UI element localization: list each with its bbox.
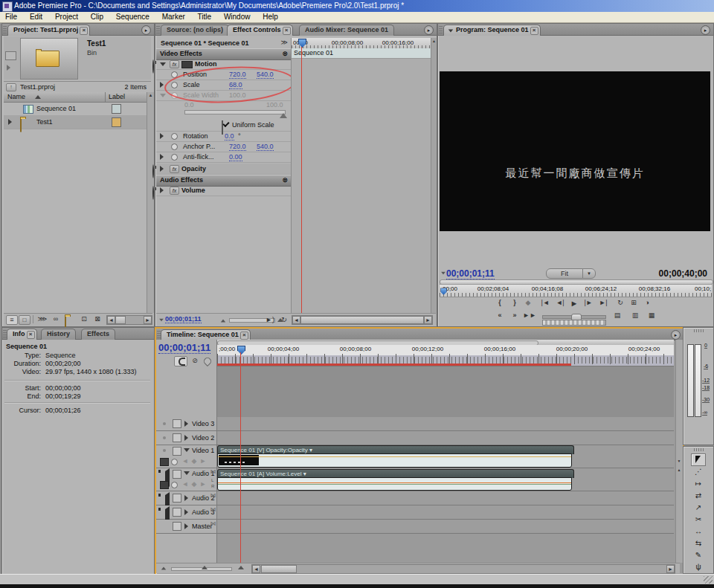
panel-grip[interactable] [156, 25, 160, 33]
automate-to-sequence-icon[interactable]: ⋙ [37, 315, 48, 323]
safe-margins-button[interactable]: ⊞ [628, 299, 639, 306]
video-clip-body[interactable] [217, 453, 572, 468]
menu-window[interactable]: Window [219, 12, 256, 22]
tab-project[interactable]: Project: Test1.prproj × [7, 25, 90, 36]
trim-button[interactable]: ▦ [646, 311, 657, 319]
scroll-up-icon[interactable]: ▲ [431, 38, 437, 44]
tool-rate-stretch[interactable]: ↗ [692, 503, 705, 514]
section-collapse-icon[interactable]: ⊗ [282, 49, 288, 59]
volume-rubber-band[interactable] [218, 482, 571, 483]
track-content-video2[interactable] [217, 431, 674, 445]
monitor-menu-icon[interactable] [448, 30, 453, 33]
rotation-value[interactable]: 0.0 [225, 132, 234, 140]
show-keyframes-icon[interactable] [171, 482, 178, 488]
loop-button[interactable]: ↻ [615, 299, 625, 306]
go-to-out-button[interactable]: ►| [597, 299, 609, 306]
effect-enabled-icon[interactable]: fx [170, 187, 179, 195]
timeline-vscrollbar[interactable]: ▼ ▲ [675, 340, 683, 563]
tab-effect-controls[interactable]: Effect Controls × [227, 25, 293, 36]
zoom-out-icon[interactable] [221, 320, 225, 323]
effect-row-opacity[interactable]: fx Opacity [156, 164, 291, 175]
sync-icon[interactable]: ⋈ [210, 492, 216, 499]
snap-toggle-button[interactable] [174, 356, 187, 366]
up-one-level-icon[interactable]: ↑ [6, 83, 16, 91]
expand-icon[interactable] [184, 421, 188, 427]
set-marker-icon[interactable] [202, 356, 213, 366]
panel-grip[interactable] [3, 25, 7, 33]
project-vscrollbar[interactable]: ▲ [147, 92, 154, 313]
tool-selection[interactable] [691, 453, 706, 466]
expand-icon[interactable] [8, 119, 12, 125]
stopwatch-icon[interactable] [152, 164, 154, 178]
tool-ripple-edit[interactable]: ↦ [692, 479, 705, 490]
scroll-right-icon[interactable]: ► [666, 565, 675, 573]
work-area-bar[interactable] [217, 364, 571, 366]
sort-ascending-icon[interactable] [35, 95, 41, 99]
track-content-audio2[interactable] [217, 491, 674, 505]
title-bar[interactable]: Adobe Premiere Pro - C:\Documents and Se… [0, 0, 714, 12]
play-button[interactable]: ► [569, 299, 579, 308]
play-in-to-out-button[interactable]: ►► [523, 311, 536, 319]
step-forward-button[interactable]: |► [582, 299, 594, 306]
go-to-prev-edit-button[interactable]: « [495, 311, 505, 319]
column-name[interactable]: Name [7, 93, 25, 100]
sync-icon[interactable]: ⋈ [210, 506, 216, 513]
scroll-up-icon[interactable]: ▲ [676, 468, 682, 472]
list-view-button[interactable]: ≡ [6, 315, 18, 325]
effect-enabled-icon[interactable]: fx [170, 165, 179, 173]
panel-menu-button[interactable]: ▸ [671, 330, 681, 340]
go-to-in-button[interactable]: |◄ [539, 299, 551, 306]
track-lock-toggle[interactable] [173, 508, 181, 517]
resize-grip[interactable] [704, 576, 713, 584]
zoom-out-icon[interactable] [161, 567, 166, 570]
scroll-left-icon[interactable]: ◄ [292, 316, 300, 324]
track-lock-toggle[interactable] [173, 522, 181, 531]
timeline-current-timecode[interactable]: 00;00;01;11 [158, 342, 210, 354]
lift-button[interactable]: ▤ [612, 311, 623, 319]
program-video-area[interactable]: 最近幫一間廠商做宣傳片 [440, 71, 710, 231]
scroll-down-icon[interactable]: ▼ [676, 459, 682, 463]
track-lock-toggle[interactable] [173, 447, 181, 456]
tab-source[interactable]: Source: (no clips) [161, 25, 229, 36]
anchor-y-value[interactable]: 540.0 [257, 143, 274, 151]
track-content-video3[interactable] [217, 417, 674, 431]
sync-icon[interactable]: ⋈ [210, 520, 216, 527]
expand-icon[interactable] [184, 495, 188, 501]
track-lock-toggle[interactable] [173, 419, 181, 428]
poster-frame-icon[interactable] [5, 51, 16, 60]
expand-icon[interactable] [184, 509, 188, 515]
prev-keyframe-icon[interactable]: ◄ [181, 480, 189, 488]
track-lock-toggle[interactable] [173, 494, 181, 503]
scale-value[interactable]: 68.0 [229, 81, 242, 89]
tab-close-button[interactable]: × [80, 27, 88, 35]
tool-rolling-edit[interactable]: ⇄ [692, 491, 705, 502]
keyframe-toggle-icon[interactable] [171, 71, 178, 78]
track-lock-toggle[interactable] [173, 433, 181, 442]
effect-row-motion[interactable]: fx Motion [156, 59, 291, 70]
menu-sequence[interactable]: Sequence [111, 12, 155, 22]
antiflicker-value[interactable]: 0.00 [229, 153, 242, 161]
expand-icon[interactable] [160, 133, 164, 139]
show-hide-timeline-icon[interactable]: ≫ [281, 39, 288, 46]
tool-slide[interactable]: ⇆ [692, 538, 705, 549]
panel-menu-button[interactable]: ▸ [424, 25, 434, 35]
zoom-slider-thumb[interactable] [202, 566, 208, 569]
tab-close-button[interactable]: × [283, 27, 291, 35]
find-icon[interactable]: ∞ [51, 315, 61, 323]
scroll-left-icon[interactable]: ◄ [107, 316, 115, 324]
panel-menu-button[interactable]: ▸ [701, 25, 710, 35]
timeline-playhead-line[interactable] [240, 352, 241, 563]
shuttle-slider[interactable] [542, 315, 606, 319]
tab-program[interactable]: Program: Sequence 01 × [443, 25, 541, 36]
add-keyframe-icon[interactable]: ◆ [190, 480, 198, 488]
collapse-icon[interactable] [160, 62, 166, 66]
extract-button[interactable]: ▥ [630, 311, 640, 319]
slider-thumb[interactable] [280, 113, 287, 118]
step-back-button[interactable]: ◄| [554, 299, 566, 306]
collapse-icon[interactable] [184, 448, 190, 452]
panel-grip[interactable] [694, 329, 704, 332]
tool-pen[interactable]: ✎ [692, 550, 705, 561]
keyframe-toggle-icon[interactable] [171, 154, 178, 161]
menu-edit[interactable]: Edit [25, 12, 48, 22]
new-item-icon[interactable]: ⊡ [79, 315, 89, 323]
